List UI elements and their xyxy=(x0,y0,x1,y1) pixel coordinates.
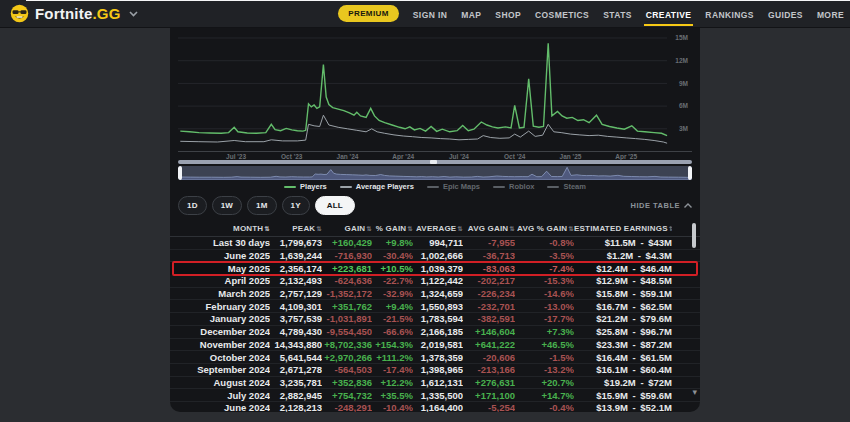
nav-item-creative[interactable]: CREATIVE xyxy=(646,1,692,27)
table-row-september-2024[interactable]: September 20242,671,278-564,503-17.4%1,3… xyxy=(170,364,700,377)
column-label: PEAK xyxy=(292,224,315,233)
cell-avg_gain: +641,222 xyxy=(463,339,515,350)
legend-dash-icon xyxy=(427,186,439,188)
legend-item-steam[interactable]: Steam xyxy=(547,182,586,191)
column-header-avg-gain[interactable]: AVG % GAIN⇅ xyxy=(515,224,574,233)
player-count-chart[interactable]: 15M12M9M6M3MJul '23Oct '23Jan '24Apr '24… xyxy=(170,28,700,161)
cell-gain: -1,031,891 xyxy=(322,313,372,324)
cell-month: Last 30 days xyxy=(170,237,270,248)
cell-avg_gain_pct: +46.5% xyxy=(515,339,574,350)
cell-peak: 2,757,129 xyxy=(270,288,322,299)
nav-item-cosmetics[interactable]: COSMETICS xyxy=(535,1,589,27)
site-title-suffix: .GG xyxy=(92,5,120,22)
table-row-february-2025[interactable]: February 20254,109,301+351,762+9.4%1,550… xyxy=(170,300,700,313)
navbar: Fortnite.GG PREMIUM SIGN INMAPSHOPCOSMET… xyxy=(0,0,850,28)
table-scroll-down-arrow-icon[interactable]: ▾ xyxy=(692,388,697,397)
cell-avg_gain: +146,604 xyxy=(463,326,515,337)
cell-gain: -248,291 xyxy=(322,402,372,412)
range-button-1d[interactable]: 1D xyxy=(178,196,207,215)
nav-item-map[interactable]: MAP xyxy=(461,1,481,27)
nav-item-stats[interactable]: STATS xyxy=(603,1,632,27)
cell-gain_pct: -10.4% xyxy=(372,402,413,412)
table-vertical-scrollbar[interactable] xyxy=(692,223,696,248)
range-button-all[interactable]: ALL xyxy=(315,196,355,215)
legend-dash-icon xyxy=(547,186,559,188)
column-header-gain[interactable]: GAIN⇅ xyxy=(322,224,372,233)
table-row-october-2024[interactable]: October 20245,641,544+2,970,266+111.2%1,… xyxy=(170,351,700,364)
cell-average: 2,019,581 xyxy=(413,339,463,350)
cell-avg_gain_pct: -15.3% xyxy=(515,275,574,286)
chart-legend: PlayersAverage PlayersEpic MapsRobloxSte… xyxy=(170,182,700,191)
cell-avg_gain_pct: -13.0% xyxy=(515,301,574,312)
cell-avg_gain_pct: -13.2% xyxy=(515,364,574,375)
cell-avg_gain_pct: -1.5% xyxy=(515,352,574,363)
table-row-may-2025[interactable]: May 20252,356,174+223,681+10.5%1,039,379… xyxy=(170,262,700,275)
scrollbar-notch[interactable] xyxy=(430,160,437,164)
nav-item-guides[interactable]: GUIDES xyxy=(768,1,803,27)
premium-button[interactable]: PREMIUM xyxy=(338,5,399,22)
column-label: ESTIMATED EARNINGS xyxy=(574,224,668,233)
table-row-march-2025[interactable]: March 20252,757,129-1,352,172-32.9%1,324… xyxy=(170,288,700,301)
column-header-estimated-earnings[interactable]: ESTIMATED EARNINGS⇅ xyxy=(574,224,672,233)
y-axis-tick: 9M xyxy=(679,80,688,87)
table-row-august-2024[interactable]: August 20243,235,781+352,836+12.2%1,612,… xyxy=(170,377,700,390)
table-row-june-2025[interactable]: June 20251,639,244-716,930-30.4%1,002,66… xyxy=(170,250,700,263)
table-row-july-2024[interactable]: July 20242,882,945+754,732+35.5%1,335,50… xyxy=(170,389,700,402)
legend-item-roblox[interactable]: Roblox xyxy=(493,182,534,191)
cell-average: 2,166,185 xyxy=(413,326,463,337)
table-header-row: MONTH⇅PEAK⇅GAIN⇅% GAIN⇅AVERAGE⇅AVG GAIN⇅… xyxy=(170,220,700,237)
column-header-peak[interactable]: PEAK⇅ xyxy=(270,224,322,233)
fortnite-gg-logo-icon xyxy=(10,4,29,23)
table-row-december-2024[interactable]: December 20244,789,430-9,554,450-66.6%2,… xyxy=(170,326,700,339)
cell-peak: 2,671,278 xyxy=(270,364,322,375)
logo-chevron-down-icon[interactable] xyxy=(129,11,138,17)
cell-avg_gain: -20,606 xyxy=(463,352,515,363)
cell-gain_pct: -30.4% xyxy=(372,250,413,261)
navigator-left-handle[interactable] xyxy=(178,166,182,180)
column-header-month[interactable]: MONTH⇅ xyxy=(170,224,270,233)
nav-item-sign-in[interactable]: SIGN IN xyxy=(413,1,447,27)
cell-month: April 2025 xyxy=(170,275,270,286)
nav-item-shop[interactable]: SHOP xyxy=(495,1,521,27)
navigator-right-handle[interactable] xyxy=(688,166,692,180)
cell-month: October 2024 xyxy=(170,352,270,363)
sort-icon: ⇅ xyxy=(669,225,672,232)
hide-table-button[interactable]: HIDE TABLE xyxy=(631,201,692,210)
table-row-january-2025[interactable]: January 20253,757,539-1,031,891-21.5%1,7… xyxy=(170,313,700,326)
range-button-1w[interactable]: 1W xyxy=(212,196,242,215)
legend-item-epic-maps[interactable]: Epic Maps xyxy=(427,182,480,191)
range-button-1m[interactable]: 1M xyxy=(247,196,277,215)
cell-peak: 3,235,781 xyxy=(270,377,322,388)
table-row-november-2024[interactable]: November 202414,343,880+8,702,336+154.3%… xyxy=(170,339,700,352)
top-hairline xyxy=(26,0,850,1)
cell-peak: 1,639,244 xyxy=(270,250,322,261)
site-logo[interactable]: Fortnite.GG xyxy=(10,4,138,23)
table-row-april-2025[interactable]: April 20252,132,493-624,636-22.7%1,122,4… xyxy=(170,275,700,288)
legend-label: Roblox xyxy=(509,182,534,191)
column-header-avg-gain[interactable]: AVG GAIN⇅ xyxy=(463,224,515,233)
column-header--gain[interactable]: % GAIN⇅ xyxy=(372,224,413,233)
x-axis-tick: Jul '24 xyxy=(449,153,469,160)
table-row-last-30-days[interactable]: Last 30 days1,799,673+160,429+9.8%994,71… xyxy=(170,237,700,250)
cell-average: 1,550,893 xyxy=(413,301,463,312)
legend-item-players[interactable]: Players xyxy=(284,182,327,191)
cell-average: 1,335,500 xyxy=(413,390,463,401)
column-header-average[interactable]: AVERAGE⇅ xyxy=(413,224,463,233)
chevron-up-icon xyxy=(684,203,692,208)
series-players xyxy=(180,43,667,135)
cell-earnings: $23.3M - $87.2M xyxy=(574,339,672,350)
chart-range-navigator[interactable] xyxy=(178,166,692,180)
legend-item-average-players[interactable]: Average Players xyxy=(340,182,414,191)
cell-peak: 1,799,673 xyxy=(270,237,322,248)
cell-gain_pct: -66.6% xyxy=(372,326,413,337)
nav-item-rankings[interactable]: RANKINGS xyxy=(705,1,754,27)
cell-peak: 2,128,213 xyxy=(270,402,322,412)
chart-horizontal-scrollbar[interactable] xyxy=(178,160,692,164)
table-row-june-2024[interactable]: June 20242,128,213-248,291-10.4%1,164,40… xyxy=(170,402,700,412)
cell-peak: 2,882,945 xyxy=(270,390,322,401)
nav-item-more[interactable]: MORE xyxy=(817,1,844,27)
cell-earnings: $1.2M - $4.3M xyxy=(574,250,672,261)
cell-peak: 4,789,430 xyxy=(270,326,322,337)
range-button-1y[interactable]: 1Y xyxy=(282,196,310,215)
x-axis-tick: Jan '25 xyxy=(560,153,582,160)
